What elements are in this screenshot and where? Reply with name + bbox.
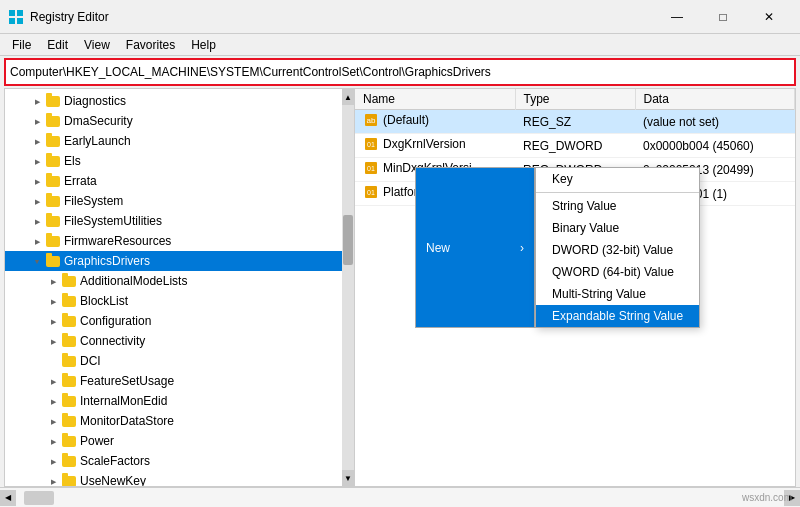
right-panel: Name Type Data ab (Default) [355, 89, 795, 486]
svg-text:01: 01 [367, 189, 375, 196]
submenu-item-label: Expandable String Value [552, 309, 683, 323]
tree-item-additionalmodelists[interactable]: AdditionalModeLists [5, 271, 354, 291]
expand-icon [29, 253, 45, 269]
tree-label: BlockList [80, 294, 128, 308]
scroll-thumb[interactable] [343, 215, 353, 265]
dword-icon: 01 [363, 160, 379, 176]
address-input[interactable] [10, 65, 790, 79]
folder-icon [45, 213, 61, 229]
tree-item-errata[interactable]: Errata [5, 171, 354, 191]
expand-icon [29, 233, 45, 249]
submenu-item-stringvalue[interactable]: String Value [536, 195, 699, 217]
tree-item-earlylaunch[interactable]: EarlyLaunch [5, 131, 354, 151]
close-button[interactable]: ✕ [746, 0, 792, 34]
submenu-item-label: String Value [552, 199, 616, 213]
folder-icon [45, 93, 61, 109]
svg-rect-2 [9, 18, 15, 24]
tree-item-configuration[interactable]: Configuration [5, 311, 354, 331]
tree-item-diagnostics[interactable]: Diagnostics [5, 91, 354, 111]
tree-label: EarlyLaunch [64, 134, 131, 148]
tree-item-scalefactors[interactable]: ScaleFactors [5, 451, 354, 471]
tree-item-blocklist[interactable]: BlockList [5, 291, 354, 311]
default-icon: ab [363, 112, 379, 128]
maximize-button[interactable]: □ [700, 0, 746, 34]
submenu-item-label: DWORD (32-bit) Value [552, 243, 673, 257]
window-controls: — □ ✕ [654, 0, 792, 34]
folder-icon [61, 313, 77, 329]
tree-label: UseNewKey [80, 474, 146, 486]
table-row[interactable]: 01 DxgKrnlVersion REG_DWORD 0x0000b004 (… [355, 134, 795, 158]
new-button[interactable]: New › [415, 167, 535, 328]
tree-scrollbar[interactable]: ▲ ▼ [342, 89, 354, 486]
submenu-item-key[interactable]: Key [536, 168, 699, 190]
tree-item-graphicsdrivers[interactable]: GraphicsDrivers [5, 251, 354, 271]
expand-icon [45, 433, 61, 449]
tree-label: InternalMonEdid [80, 394, 167, 408]
tree-item-dmasecurity[interactable]: DmaSecurity [5, 111, 354, 131]
folder-icon [45, 133, 61, 149]
menu-item-view[interactable]: View [76, 36, 118, 54]
expand-icon [29, 113, 45, 129]
submenu-item-multistring[interactable]: Multi-String Value [536, 283, 699, 305]
dword-icon: 01 [363, 184, 379, 200]
tree-panel: Diagnostics DmaSecurity EarlyLaunch Els [5, 89, 355, 486]
scroll-down-arrow[interactable]: ▼ [342, 470, 354, 486]
expand-icon [45, 453, 61, 469]
tree-item-connectivity[interactable]: Connectivity [5, 331, 354, 351]
submenu-item-expandablestring[interactable]: Expandable String Value [536, 305, 699, 327]
tree-item-usenewkey[interactable]: UseNewKey [5, 471, 354, 486]
tree-label: Power [80, 434, 114, 448]
tree-item-power[interactable]: Power [5, 431, 354, 451]
new-context-item: New › Key String Value Binary Value [415, 167, 700, 328]
tree-item-els[interactable]: Els [5, 151, 354, 171]
tree-item-filesystem[interactable]: FileSystem [5, 191, 354, 211]
svg-text:ab: ab [367, 116, 376, 125]
expand-icon [45, 293, 61, 309]
menu-item-edit[interactable]: Edit [39, 36, 76, 54]
expand-icon [29, 133, 45, 149]
col-data: Data [635, 89, 795, 110]
minimize-button[interactable]: — [654, 0, 700, 34]
tree-label: GraphicsDrivers [64, 254, 150, 268]
cell-name: ab (Default) [355, 110, 515, 134]
tree-item-featuresetusage[interactable]: FeatureSetUsage [5, 371, 354, 391]
expand-icon [45, 413, 61, 429]
expand-icon [45, 373, 61, 389]
submenu-item-qword64[interactable]: QWORD (64-bit) Value [536, 261, 699, 283]
tree-item-internalmonedid[interactable]: InternalMonEdid [5, 391, 354, 411]
table-row[interactable]: ab (Default) REG_SZ (value not set) [355, 110, 795, 134]
bottom-scroll-area: ◀ ▶ [0, 487, 800, 507]
tree-item-firmwareresources[interactable]: FirmwareResources [5, 231, 354, 251]
menu-item-favorites[interactable]: Favorites [118, 36, 183, 54]
title-bar: Registry Editor — □ ✕ [0, 0, 800, 34]
submenu-item-binaryvalue[interactable]: Binary Value [536, 217, 699, 239]
app-icon [8, 9, 24, 25]
tree-label: Diagnostics [64, 94, 126, 108]
tree-item-dci[interactable]: DCI [5, 351, 354, 371]
tree-label: Errata [64, 174, 97, 188]
folder-icon [61, 293, 77, 309]
expand-icon [45, 273, 61, 289]
menu-item-help[interactable]: Help [183, 36, 224, 54]
horizontal-scrollbar-thumb[interactable] [24, 491, 54, 505]
folder-icon [61, 373, 77, 389]
expand-icon [45, 333, 61, 349]
menu-separator [536, 192, 699, 193]
folder-icon [61, 333, 77, 349]
address-bar[interactable] [4, 58, 796, 86]
submenu-item-dword32[interactable]: DWORD (32-bit) Value [536, 239, 699, 261]
folder-icon [61, 453, 77, 469]
cell-type: REG_SZ [515, 110, 635, 134]
scroll-left-arrow[interactable]: ◀ [0, 490, 16, 506]
title-bar-text: Registry Editor [30, 10, 654, 24]
tree-item-filesystemutilities[interactable]: FileSystemUtilities [5, 211, 354, 231]
scroll-up-arrow[interactable]: ▲ [342, 89, 354, 105]
tree-label: AdditionalModeLists [80, 274, 187, 288]
submenu-item-label: Binary Value [552, 221, 619, 235]
menu-item-file[interactable]: File [4, 36, 39, 54]
submenu-item-label: Multi-String Value [552, 287, 646, 301]
expand-icon [45, 313, 61, 329]
tree-item-monitordatastore[interactable]: MonitorDataStore [5, 411, 354, 431]
scroll-track[interactable] [342, 105, 354, 470]
folder-icon [45, 233, 61, 249]
